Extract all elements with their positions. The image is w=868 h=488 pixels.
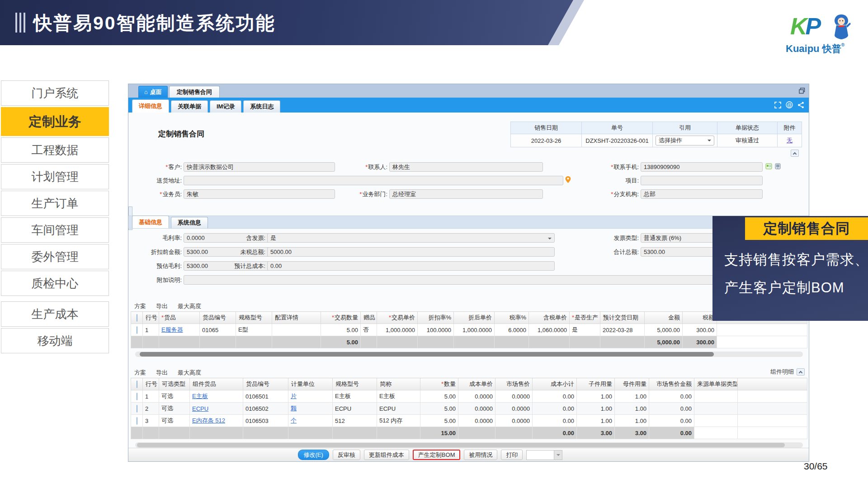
component-table-hscrollbar[interactable] — [135, 442, 803, 448]
header-cell[interactable]: 赠品 — [361, 312, 377, 324]
note-input[interactable] — [184, 275, 786, 285]
unit-link[interactable]: 颗 — [288, 403, 333, 415]
menu-plan[interactable]: 方案 — [134, 369, 146, 377]
location-pin-icon[interactable] — [565, 176, 571, 185]
header-cell[interactable]: 规格型号 — [333, 378, 377, 390]
header-cell[interactable]: 来源单单据类型 — [694, 378, 738, 390]
branch-input[interactable]: 总部 — [641, 189, 763, 199]
header-cell[interactable]: 组件货品 — [190, 378, 243, 390]
print-button[interactable]: 打印 — [501, 450, 523, 460]
header-cell[interactable]: 配置详情 — [272, 312, 321, 324]
header-cell[interactable]: 金额 — [645, 312, 683, 324]
header-cell[interactable]: 成本小计 — [533, 378, 577, 390]
tab-related-docs[interactable]: 关联单据 — [171, 100, 208, 113]
header-cell[interactable]: *交易数量 — [321, 312, 361, 324]
unit-link[interactable]: 个 — [288, 415, 333, 427]
share-icon[interactable] — [797, 102, 804, 110]
unapprove-button[interactable]: 反审核 — [333, 450, 360, 460]
contact-input[interactable]: 林先生 — [389, 162, 543, 172]
header-cell[interactable]: 计量单位 — [288, 378, 333, 390]
tab-custom-sales-contract[interactable]: 定制销售合同 — [169, 86, 220, 98]
message-icon[interactable]: @ — [786, 101, 793, 110]
department-input[interactable]: 总经理室 — [389, 189, 543, 199]
header-cell[interactable]: 市场售价 — [495, 378, 533, 390]
sidebar-item-quality-center[interactable]: 质检中心 — [1, 271, 109, 296]
header-cell[interactable]: 规格型号 — [236, 312, 272, 324]
restore-window-icon[interactable] — [799, 88, 805, 96]
header-cell[interactable]: *交易单价 — [377, 312, 418, 324]
fullscreen-icon[interactable] — [774, 102, 781, 110]
select-all-checkbox[interactable] — [131, 378, 143, 390]
trade-table-hscrollbar[interactable] — [135, 352, 803, 357]
component-link[interactable]: E主板 — [190, 390, 243, 403]
header-cell[interactable]: 可选类型 — [159, 378, 190, 390]
menu-max-height[interactable]: 最大高度 — [178, 302, 201, 310]
sidebar-item-plan-management[interactable]: 计划管理 — [1, 164, 109, 189]
sidebar-item-portal[interactable]: 门户系统 — [1, 80, 109, 106]
header-cell[interactable]: 折扣率% — [418, 312, 454, 324]
est-cost-input[interactable]: 0.00 — [267, 261, 555, 271]
contact-card-icon[interactable] — [765, 163, 772, 171]
reference-select[interactable]: 选择操作 — [653, 134, 717, 147]
component-link[interactable]: ECPU — [190, 403, 243, 415]
collapse-panel-button[interactable] — [797, 368, 805, 375]
tab-desktop[interactable]: ⌂ 桌面 — [138, 86, 168, 98]
tab-im-records[interactable]: IM记录 — [210, 100, 241, 113]
header-cell[interactable]: 货品编号 — [200, 312, 236, 324]
header-cell[interactable]: 行号 — [143, 312, 159, 324]
project-input[interactable] — [641, 176, 763, 185]
tab-detail-info[interactable]: 详细信息 — [132, 99, 169, 113]
component-link[interactable]: E内存条 512 — [190, 415, 243, 427]
tab-system-log[interactable]: 系统日志 — [243, 100, 280, 113]
header-cell[interactable]: 税率% — [495, 312, 529, 324]
tab-system-info[interactable]: 系统信息 — [171, 217, 208, 228]
menu-export[interactable]: 导出 — [156, 369, 168, 377]
row-checkbox[interactable] — [131, 390, 143, 403]
usage-status-button[interactable]: 被用情况 — [464, 450, 497, 460]
select-all-checkbox[interactable] — [131, 312, 143, 324]
invoice-select[interactable]: 是 — [267, 233, 555, 243]
sidebar-item-production-order[interactable]: 生产订单 — [1, 191, 109, 216]
sidebar-item-custom-business[interactable]: 定制业务 — [1, 107, 109, 136]
header-cell[interactable]: 预计交货日期 — [600, 312, 645, 324]
header-cell[interactable]: 市场售价金额 — [649, 378, 694, 390]
header-cell[interactable]: 税额 — [683, 312, 717, 324]
scrollbar-thumb[interactable] — [140, 352, 714, 357]
collapse-header-button[interactable] — [791, 150, 799, 157]
unit-link[interactable]: 片 — [288, 390, 333, 403]
row-checkbox[interactable] — [131, 324, 143, 336]
sidebar-item-workshop[interactable]: 车间管理 — [1, 217, 109, 243]
header-cell[interactable]: 行号 — [143, 378, 159, 390]
delivery-address-input[interactable] — [184, 176, 563, 185]
update-component-cost-button[interactable]: 更新组件成本 — [364, 450, 409, 460]
sidebar-item-production-cost[interactable]: 生产成本 — [1, 301, 109, 327]
attachment-link[interactable]: 无 — [778, 134, 802, 147]
sidebar-item-outsourcing[interactable]: 委外管理 — [1, 244, 109, 269]
header-cell[interactable]: 母件用量 — [615, 378, 649, 390]
untaxed-input[interactable]: 5000.00 — [267, 247, 555, 257]
generate-custom-bom-button[interactable]: 产生定制BOM — [413, 450, 461, 460]
header-cell[interactable]: *是否生产 — [570, 312, 600, 324]
row-checkbox[interactable] — [131, 415, 143, 427]
row-checkbox[interactable] — [131, 403, 143, 415]
header-cell[interactable]: 货品编号 — [243, 378, 288, 390]
sidebar-item-engineering-data[interactable]: 工程数据 — [1, 137, 109, 163]
menu-export[interactable]: 导出 — [156, 302, 168, 310]
header-cell[interactable]: 简称 — [377, 378, 420, 390]
header-cell[interactable]: 折后单价 — [454, 312, 495, 324]
menu-max-height[interactable]: 最大高度 — [178, 369, 201, 377]
mobile-input[interactable]: 13890909090 — [641, 162, 763, 172]
goods-link[interactable]: E服务器 — [159, 324, 200, 336]
header-cell[interactable]: *数量 — [420, 378, 458, 390]
header-cell[interactable]: *货品 — [159, 312, 200, 324]
menu-plan[interactable]: 方案 — [134, 302, 146, 310]
header-cell[interactable]: 成本单价 — [458, 378, 495, 390]
tab-basic-info[interactable]: 基础信息 — [132, 216, 169, 228]
more-actions-select[interactable] — [526, 450, 562, 460]
sidebar-item-mobile[interactable]: 移动端 — [1, 328, 109, 353]
modify-button[interactable]: 修改(E) — [298, 450, 329, 460]
phone-icon[interactable] — [774, 163, 781, 171]
header-cell[interactable]: 子件用量 — [577, 378, 615, 390]
scrollbar-thumb[interactable] — [137, 443, 785, 447]
header-cell[interactable]: 含税单价 — [529, 312, 570, 324]
